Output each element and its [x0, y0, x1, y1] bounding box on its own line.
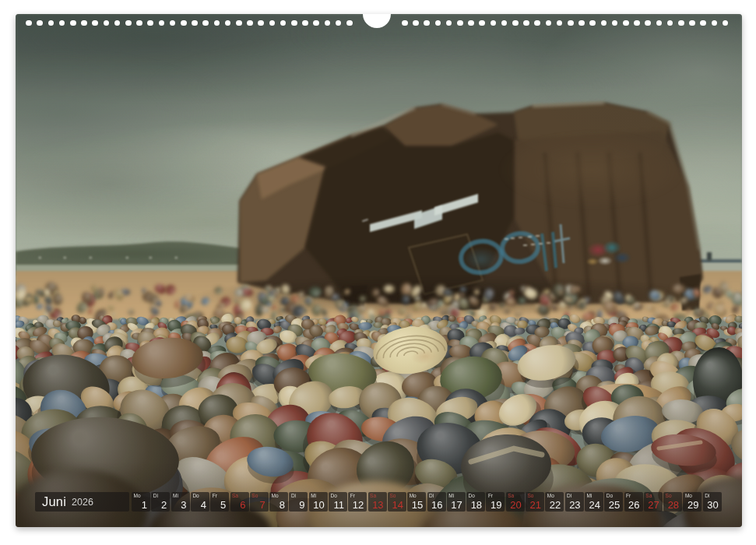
day-number: 26	[628, 500, 639, 510]
day-cell-11: Do11	[329, 492, 347, 512]
day-cell-30: Di30	[703, 492, 722, 512]
day-cell-18: Do18	[466, 492, 485, 512]
binding-hole	[457, 20, 463, 26]
weekday-label: Mo	[272, 494, 279, 499]
binding-hole	[236, 20, 242, 26]
day-cell-5: Fr5	[210, 492, 229, 512]
day-number: 28	[668, 500, 679, 510]
weekday-label: Mi	[173, 494, 178, 499]
binding-hole	[247, 20, 253, 26]
binding-hole	[623, 20, 629, 26]
day-number: 11	[334, 500, 345, 510]
day-cell-3: Mi3	[171, 492, 190, 512]
day-number: 3	[181, 500, 186, 510]
binding-hole	[402, 20, 408, 26]
weekday-label: Sa	[232, 494, 238, 499]
weekday-label: Di	[567, 494, 571, 499]
binding-hole	[568, 20, 574, 26]
day-cell-6: Sa6	[230, 492, 249, 512]
day-cell-2: Di2	[151, 492, 170, 512]
binding-hole	[136, 20, 142, 26]
day-cell-24: Mi24	[585, 492, 603, 512]
weekday-label: Mo	[410, 494, 417, 499]
day-cell-23: Di23	[565, 492, 584, 512]
weekday-label: Fr	[626, 494, 631, 499]
weekday-label: Di	[705, 494, 709, 499]
weekday-label: Mo	[547, 494, 554, 499]
day-number: 17	[451, 500, 462, 510]
day-number: 15	[412, 500, 423, 510]
day-number: 25	[609, 500, 620, 510]
binding-hole	[125, 20, 132, 26]
day-cell-13: Sa13	[368, 492, 387, 512]
weekday-label: So	[389, 494, 396, 499]
binding-hole	[689, 20, 695, 26]
day-number: 16	[431, 500, 442, 510]
day-number: 18	[471, 500, 482, 510]
day-cell-22: Mo22	[545, 492, 564, 512]
day-number: 9	[299, 500, 304, 510]
day-cell-4: Do4	[191, 492, 209, 512]
day-number: 23	[569, 500, 580, 510]
day-number: 4	[201, 500, 206, 510]
day-cell-16: Di16	[427, 492, 446, 512]
binding-hole	[634, 20, 640, 26]
weekday-label: Fr	[488, 494, 493, 499]
binding-hole	[181, 20, 187, 26]
day-cell-17: Mi17	[447, 492, 466, 512]
day-number: 8	[280, 500, 285, 510]
weekday-label: Sa	[508, 494, 514, 499]
day-cell-29: Mo29	[683, 492, 701, 512]
weekday-label: Mi	[311, 494, 316, 499]
day-number: 22	[550, 500, 561, 510]
binding-hole	[413, 20, 419, 26]
day-number: 27	[648, 500, 659, 510]
day-cell-8: Mo8	[269, 492, 288, 512]
weekday-label: Di	[429, 494, 434, 499]
day-number: 6	[240, 500, 245, 510]
weekday-label: Fr	[350, 494, 355, 499]
binding-hole	[346, 20, 353, 26]
binding-hole	[578, 20, 585, 26]
day-number: 5	[220, 500, 226, 510]
weekday-label: Fr	[213, 494, 217, 499]
binding-hole	[302, 20, 308, 26]
binding-hole	[81, 20, 87, 26]
photo-beach-bunker	[16, 14, 742, 527]
day-number: 30	[707, 500, 718, 510]
day-number: 12	[353, 500, 364, 510]
day-number: 13	[372, 500, 383, 510]
weekday-label: Mi	[586, 494, 592, 499]
day-cell-10: Mi10	[309, 492, 328, 512]
weekday-label: Do	[469, 494, 475, 499]
day-number: 10	[313, 500, 324, 510]
day-number: 2	[161, 500, 167, 510]
day-cell-19: Fr19	[486, 492, 505, 512]
weekday-label: So	[251, 494, 258, 499]
day-number: 7	[260, 500, 265, 510]
day-cell-9: Di9	[289, 492, 308, 512]
binding-hole	[523, 20, 529, 26]
binding-hole	[192, 20, 198, 26]
day-number: 24	[589, 500, 600, 510]
weekday-label: Sa	[370, 494, 376, 499]
weekday-label: So	[666, 494, 672, 499]
day-cell-25: Do25	[604, 492, 623, 512]
binding-hole	[468, 20, 474, 26]
day-cell-1: Mo1	[132, 492, 150, 512]
day-cell-12: Fr12	[348, 492, 367, 512]
weekday-label: Do	[607, 494, 613, 499]
binding-hole	[26, 20, 32, 26]
calendar-photo-page: Juni 2026 Mo1Di2Mi3Do4Fr5Sa6So7Mo8Di9Mi1…	[16, 14, 742, 527]
binding-hole	[291, 20, 297, 26]
binding-hole	[678, 20, 684, 26]
day-cell-20: Sa20	[506, 492, 525, 512]
month-label-box: Juni 2026	[35, 492, 129, 512]
month-label: Juni	[42, 495, 66, 508]
weekday-label: Do	[331, 494, 337, 499]
weekday-label: Sa	[645, 494, 652, 499]
weekday-label: Mo	[134, 494, 141, 499]
day-number: 29	[687, 500, 698, 510]
day-number: 1	[142, 500, 147, 510]
day-number: 14	[392, 500, 403, 510]
